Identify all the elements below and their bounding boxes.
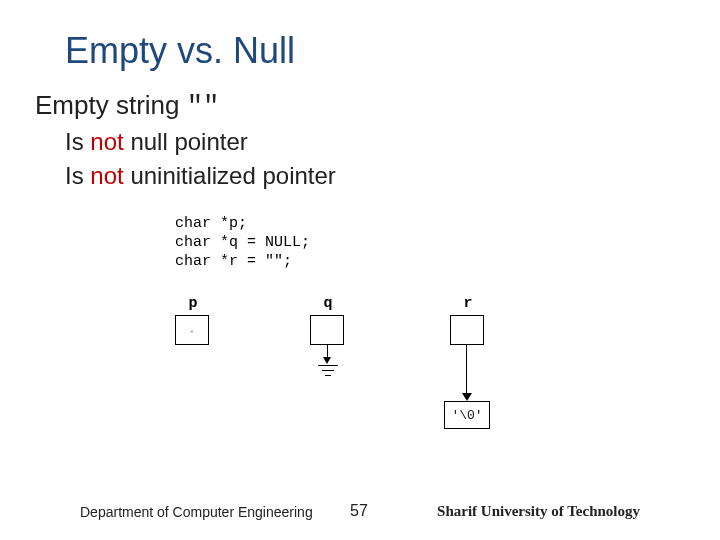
label-p: p: [173, 295, 213, 312]
code-line: char *r = "";: [175, 253, 292, 270]
text-segment: Is: [65, 128, 90, 155]
bullet-empty-string: Empty string "": [35, 90, 336, 122]
pointer-diagram: p · q r '\0': [155, 295, 575, 455]
text-segment: Is: [65, 162, 90, 189]
subbullet-not-uninit: Is not uninitialized pointer: [65, 162, 336, 190]
box-r: [450, 315, 484, 345]
text-segment: Empty string: [35, 90, 187, 120]
footer-university: Sharif University of Technology: [437, 503, 640, 520]
emphasis-not: not: [90, 128, 123, 155]
box-q: [310, 315, 344, 345]
content-area: Empty string "" Is not null pointer Is n…: [35, 90, 336, 190]
box-r-target-content: '\0': [451, 408, 482, 423]
footer-dept: Department of Computer Engineering: [80, 504, 313, 520]
page-number: 57: [350, 502, 368, 520]
text-segment: null pointer: [124, 128, 248, 155]
box-p-content: ·: [189, 327, 194, 337]
ground-icon: [318, 345, 338, 385]
emphasis-not: not: [90, 162, 123, 189]
box-r-target: '\0': [444, 401, 490, 429]
arrow-icon: [466, 345, 468, 395]
text-segment: uninitialized pointer: [124, 162, 336, 189]
code-line: char *q = NULL;: [175, 234, 310, 251]
slide-title: Empty vs. Null: [65, 30, 295, 72]
code-block: char *p; char *q = NULL; char *r = "";: [175, 215, 310, 271]
code-line: char *p;: [175, 215, 247, 232]
code-inline: "": [187, 91, 220, 122]
label-q: q: [308, 295, 348, 312]
box-p: ·: [175, 315, 209, 345]
subbullet-not-null: Is not null pointer: [65, 128, 336, 156]
label-r: r: [448, 295, 488, 312]
